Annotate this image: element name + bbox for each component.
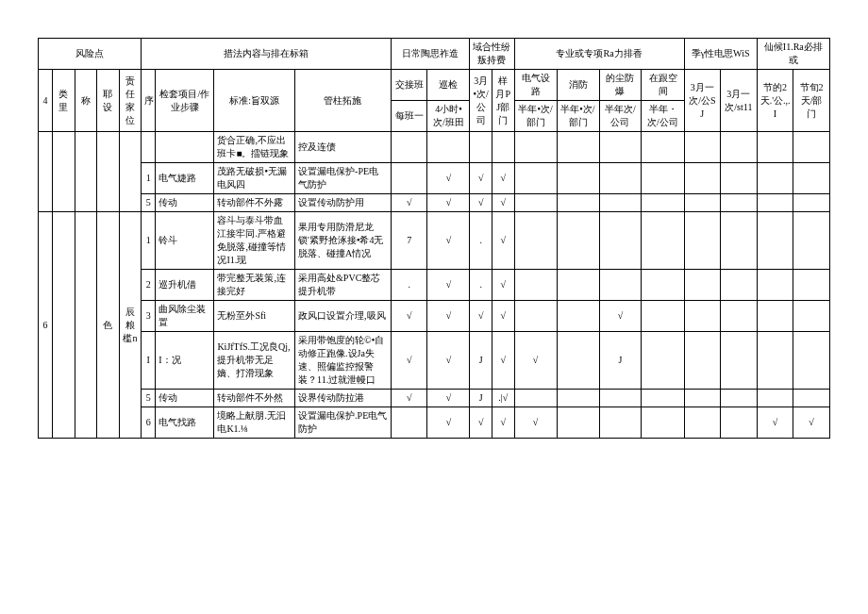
hdr-c17: 3月一次/公SJ — [684, 70, 721, 132]
cell-c2 — [75, 132, 97, 212]
cell-c18 — [721, 301, 758, 332]
cell-c6: 电气找路 — [156, 407, 214, 439]
cell-c7: 带完整无装策,连接完好 — [214, 270, 295, 301]
cell-c16 — [642, 132, 684, 163]
cell-c5: 5 — [142, 194, 156, 212]
cell-c13 — [514, 390, 557, 407]
cell-c12: √ — [492, 270, 514, 301]
cell-c10: √ — [427, 212, 470, 270]
risk-inspection-table: 风险点 措法内容与排在标箱 日常陶思祚造 域合性纷叛持费 专业或专项Ra力排香 … — [38, 38, 830, 439]
cell-c7: 茂路无破损•无漏电风四 — [214, 163, 295, 194]
cell-c12: √ — [492, 407, 514, 439]
cell-c5 — [142, 132, 156, 163]
cell-c11: . — [470, 212, 492, 270]
hdr-c10a: 巡检 — [427, 70, 470, 101]
cell-c16 — [642, 270, 684, 301]
cell-c15 — [599, 132, 642, 163]
hdr-c13b: 半年•次/部门 — [514, 101, 557, 132]
cell-c16 — [642, 163, 684, 194]
cell-c16 — [642, 301, 684, 332]
hdr-c14b: 半年•次/部门 — [557, 101, 599, 132]
cell-c7: 货合正确,不应出班卡■。擂链现象 — [214, 132, 295, 163]
cell-c17 — [684, 407, 721, 439]
cell-c20 — [793, 301, 830, 332]
cell-c12 — [492, 132, 514, 163]
hdr-c15a: 的尘防爆 — [599, 70, 642, 101]
table-row: 3 曲风除尘装置 无粉至外Sfi 政风口设置介理,吸风 √ √ √ √ √ — [39, 301, 830, 332]
cell-c14 — [557, 332, 599, 390]
cell-c9: √ — [391, 390, 427, 407]
table-row: 6 色 辰粮槛n 1 铃斗 容斗与泰斗带血江接牢同.严格避免脱落,碰撞等情况I1… — [39, 212, 830, 270]
cell-c19 — [757, 332, 793, 390]
cell-c18 — [721, 132, 758, 163]
cell-c14 — [557, 407, 599, 439]
cell-c11: . — [470, 270, 492, 301]
cell-c5: 5 — [142, 390, 156, 407]
cell-c14 — [557, 212, 599, 270]
cell-c19 — [757, 132, 793, 163]
hdr-c18: 3月一次/st11 — [721, 70, 758, 132]
cell-c9: √ — [391, 301, 427, 332]
cell-c6: 铃斗 — [156, 212, 214, 270]
cell-c3 — [97, 132, 120, 212]
cell-c12: √ — [492, 301, 514, 332]
hdr-c5: 序 — [142, 70, 156, 132]
hdr-c10b: 4小时•次/班田 — [427, 101, 470, 132]
hdr-c13a: 电气设路 — [514, 70, 557, 101]
cell-c11: √ — [470, 301, 492, 332]
cell-c13 — [514, 301, 557, 332]
table-row: 6 电气找路 境略上献朋.无汩电K1.⅛ 设置漏电保护.PE电气防护 √ √ √… — [39, 407, 830, 439]
cell-c20 — [793, 163, 830, 194]
cell-c4 — [119, 132, 142, 212]
cell-c6: I：况 — [156, 332, 214, 390]
hdr-grp5: 专业或专项Ra力排香 — [514, 39, 684, 70]
hdr-c19: 节的2天.'公.,.I — [757, 70, 793, 132]
hdr-c11: 3月•次/公司 — [470, 70, 492, 132]
cell-c1 — [52, 212, 75, 439]
cell-c7: 无粉至外Sfi — [214, 301, 295, 332]
header-row-1: 风险点 措法内容与排在标箱 日常陶思祚造 域合性纷叛持费 专业或专项Ra力排香 … — [39, 39, 830, 70]
cell-c10: √ — [427, 270, 470, 301]
cell-c15 — [599, 163, 642, 194]
cell-c19 — [757, 301, 793, 332]
cell-c13 — [514, 212, 557, 270]
cell-c10 — [427, 132, 470, 163]
hdr-c16a: 在跟空间 — [642, 70, 684, 101]
table-row: 5 传动 转动部件不外然 设界传动防拉港 √ √ J .|√ — [39, 390, 830, 407]
cell-c10: √ — [427, 163, 470, 194]
cell-c18 — [721, 270, 758, 301]
cell-c5: 1 — [142, 212, 156, 270]
cell-c11: √ — [470, 163, 492, 194]
cell-c14 — [557, 301, 599, 332]
cell-c17 — [684, 212, 721, 270]
cell-c14 — [557, 163, 599, 194]
cell-c12: √ — [492, 212, 514, 270]
cell-c8: 设界传动防拉港 — [295, 390, 392, 407]
cell-c14 — [557, 132, 599, 163]
cell-c19 — [757, 212, 793, 270]
cell-c15: J — [599, 332, 642, 390]
hdr-c12: 样月PJ部门 — [492, 70, 514, 132]
hdr-c0: 4 — [39, 70, 53, 132]
cell-c15 — [599, 270, 642, 301]
cell-c9 — [391, 163, 427, 194]
cell-c19: √ — [757, 407, 793, 439]
cell-c8: 控及连债 — [295, 132, 392, 163]
cell-c5: 3 — [142, 301, 156, 332]
cell-c13: √ — [514, 407, 557, 439]
cell-c20 — [793, 194, 830, 212]
table-row: I I：况 KiJfTfS.工况良Qj,提升机带无足嫡、打滑现象 采用带饱度的轮… — [39, 332, 830, 390]
hdr-c4: 责任家位 — [119, 70, 142, 132]
cell-c12: √ — [492, 194, 514, 212]
cell-c19 — [757, 194, 793, 212]
table-row: 5 传动 转动部件不外露 设置传动防护用 √ √ √ √ — [39, 194, 830, 212]
hdr-c7: 标准:旨双源 — [214, 70, 295, 132]
cell-c5: I — [142, 332, 156, 390]
cell-c16 — [642, 194, 684, 212]
cell-c13: √ — [514, 332, 557, 390]
cell-c11: √ — [470, 407, 492, 439]
table-row: 1 电气婕路 茂路无破损•无漏电风四 设置漏电保护-PE电气防护 √ √ √ — [39, 163, 830, 194]
cell-c10: √ — [427, 390, 470, 407]
cell-c11: √ — [470, 194, 492, 212]
cell-c14 — [557, 270, 599, 301]
